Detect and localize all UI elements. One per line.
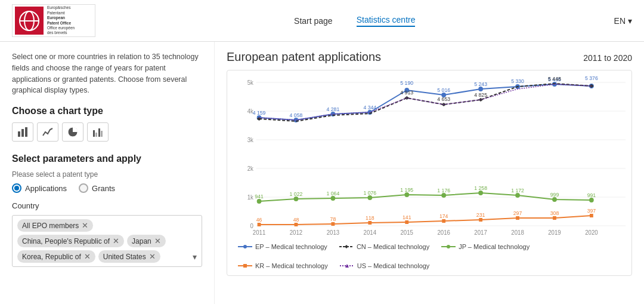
- legend-us-icon: [340, 263, 354, 269]
- kr-line: [259, 216, 592, 225]
- svg-text:2015: 2015: [401, 229, 414, 236]
- legend-cn-icon: [339, 244, 354, 250]
- language-selector[interactable]: EN ▾: [614, 16, 632, 26]
- tag-korea-label: Korea, Republic of: [22, 253, 81, 261]
- svg-text:2018: 2018: [511, 229, 524, 236]
- line-chart-button[interactable]: [37, 122, 58, 142]
- svg-text:2013: 2013: [327, 229, 340, 236]
- svg-text:5 448: 5 448: [548, 76, 561, 82]
- kr-dot-0: [258, 223, 261, 226]
- tag-all-epo-remove[interactable]: ✕: [82, 221, 88, 230]
- bar-chart-button[interactable]: [12, 122, 33, 142]
- svg-rect-3: [18, 131, 20, 137]
- svg-text:5 330: 5 330: [511, 78, 524, 84]
- chart-container: .tick-label { font-size: 10px; fill: #88…: [227, 70, 632, 276]
- svg-text:1 172: 1 172: [511, 188, 524, 194]
- svg-text:4 159: 4 159: [253, 110, 266, 116]
- svg-text:0: 0: [250, 223, 253, 229]
- description-text: Select one or more countries in relation…: [12, 51, 202, 96]
- nav-start-page[interactable]: Start page: [294, 16, 333, 26]
- tag-korea-remove[interactable]: ✕: [84, 252, 91, 261]
- grouped-bar-button[interactable]: [87, 122, 109, 142]
- epo-logo-red-box: [15, 7, 44, 35]
- bar-icon: [17, 127, 28, 137]
- svg-text:999: 999: [550, 192, 559, 198]
- kr-dot-8: [553, 216, 556, 220]
- radio-grants-circle: [79, 183, 88, 193]
- tag-china-remove[interactable]: ✕: [113, 237, 119, 245]
- svg-text:308: 308: [550, 210, 559, 216]
- svg-text:1 022: 1 022: [290, 191, 303, 197]
- right-panel: European patent applications 2011 to 202…: [215, 42, 644, 304]
- svg-rect-10: [101, 131, 103, 137]
- lang-label: EN: [614, 16, 626, 26]
- svg-text:141: 141: [402, 214, 411, 220]
- svg-text:5 016: 5 016: [437, 87, 450, 93]
- tag-all-epo[interactable]: All EPO members ✕: [17, 219, 93, 232]
- svg-text:231: 231: [476, 212, 485, 218]
- nav-statistics-centre[interactable]: Statistics centre: [357, 15, 416, 27]
- svg-text:3k: 3k: [247, 137, 253, 143]
- tag-japan[interactable]: Japan ✕: [127, 235, 166, 247]
- chart-legend: EP – Medical technology CN – Medical tec…: [233, 241, 626, 272]
- tag-china-label: China, People's Republic of: [22, 237, 110, 245]
- legend-kr: KR – Medical technology: [238, 262, 328, 269]
- svg-text:1 176: 1 176: [437, 188, 450, 194]
- svg-text:2019: 2019: [548, 229, 561, 236]
- kr-dot-9: [590, 214, 593, 217]
- svg-text:4 058: 4 058: [290, 112, 303, 118]
- tag-japan-label: Japan: [132, 237, 151, 245]
- legend-ep: EP – Medical technology: [238, 243, 327, 250]
- jp-dot-1: [294, 196, 299, 201]
- jp-dot-9: [589, 198, 594, 202]
- kr-dot-3: [368, 221, 371, 225]
- svg-rect-8: [95, 133, 97, 137]
- tag-us[interactable]: United States ✕: [98, 250, 160, 263]
- epo-text-en: EuropeanPatent Office: [47, 16, 75, 26]
- cn-line: [259, 84, 592, 121]
- epo-text-fr: Office européendes brevets: [47, 26, 75, 36]
- svg-text:46: 46: [256, 217, 262, 223]
- legend-ep-label: EP – Medical technology: [255, 243, 327, 250]
- us-line: [259, 84, 592, 120]
- svg-text:2016: 2016: [437, 229, 450, 236]
- svg-text:2011: 2011: [253, 229, 266, 236]
- country-dropdown-arrow[interactable]: ▾: [193, 252, 197, 262]
- kr-dot-6: [479, 218, 482, 222]
- kr-dot-5: [442, 219, 445, 223]
- legend-jp-icon: [441, 244, 456, 250]
- radio-applications[interactable]: Applications: [12, 183, 67, 193]
- radio-grants[interactable]: Grants: [79, 183, 115, 193]
- header: EuropäischesPatentamt EuropeanPatent Off…: [0, 0, 644, 42]
- jp-dot-4: [404, 192, 409, 197]
- chevron-down-icon: ▾: [628, 16, 632, 26]
- svg-text:4 825: 4 825: [474, 92, 487, 98]
- svg-rect-5: [25, 127, 27, 137]
- tag-us-remove[interactable]: ✕: [149, 252, 156, 261]
- svg-text:48: 48: [293, 217, 299, 223]
- radio-grants-label: Grants: [92, 184, 115, 193]
- ep-dot-6: [478, 87, 483, 91]
- svg-point-68: [243, 245, 247, 248]
- tag-korea[interactable]: Korea, Republic of ✕: [17, 250, 95, 263]
- kr-dot-2: [332, 222, 335, 226]
- svg-text:174: 174: [439, 213, 448, 219]
- tag-us-label: United States: [103, 253, 146, 261]
- legend-jp-label: JP – Medical technology: [459, 243, 530, 250]
- legend-jp: JP – Medical technology: [441, 243, 530, 250]
- epo-text-de: EuropäischesPatentamt: [47, 5, 75, 16]
- svg-text:5 243: 5 243: [474, 81, 487, 87]
- chart-type-title: Choose a chart type: [12, 106, 202, 116]
- tag-japan-remove[interactable]: ✕: [154, 237, 161, 245]
- main-layout: Select one or more countries in relation…: [0, 42, 644, 304]
- tag-all-epo-label: All EPO members: [22, 222, 79, 230]
- pie-chart-button[interactable]: [62, 122, 83, 142]
- legend-kr-icon: [238, 263, 252, 269]
- pie-icon: [67, 127, 78, 137]
- tag-china[interactable]: China, People's Republic of ✕: [17, 235, 124, 247]
- svg-text:118: 118: [366, 215, 374, 221]
- svg-text:5 190: 5 190: [400, 80, 413, 86]
- chart-type-buttons: [12, 122, 202, 142]
- svg-text:397: 397: [587, 208, 596, 214]
- legend-ep-icon: [238, 244, 252, 250]
